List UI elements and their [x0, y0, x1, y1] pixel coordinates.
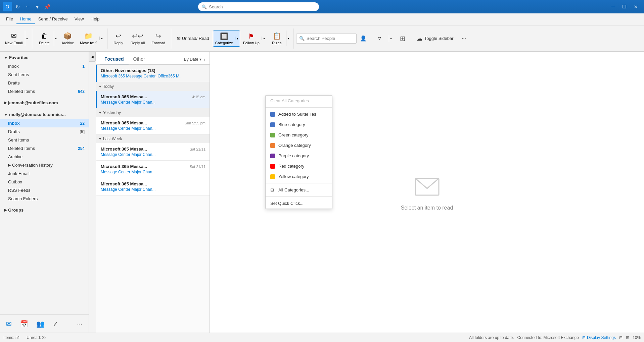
section-lastweek-collapse: ▾ — [99, 136, 101, 141]
new-email-dropdown[interactable]: ▾ — [25, 31, 29, 46]
tab-focused[interactable]: Focused — [100, 54, 129, 64]
sidebar-item-favorites-inbox[interactable]: Inbox 1 — [0, 62, 89, 70]
new-items-button[interactable]: ⊞ — [395, 33, 411, 44]
category-suitefiles-item[interactable]: Added to SuiteFiles — [266, 109, 332, 119]
orange-category-label: Orange category — [278, 143, 311, 148]
nav-tasks-button[interactable]: ✓ — [50, 318, 61, 330]
delete-button-group: 🗑 Delete ▾ — [35, 31, 58, 47]
close-button[interactable]: ✕ — [631, 3, 641, 11]
category-orange-item[interactable]: Orange category — [266, 140, 332, 151]
reply-all-button[interactable]: ↩↩ Reply All — [128, 30, 148, 47]
sidebar-item-rss[interactable]: RSS Feeds — [0, 186, 89, 194]
delete-button[interactable]: 🗑 Delete — [35, 31, 54, 46]
account2-header[interactable]: ▼ molly@demosuite.onmicr... — [0, 110, 89, 119]
sidebar-item-drafts[interactable]: Drafts [5] — [0, 127, 89, 136]
filter-button[interactable]: ▽ — [370, 35, 389, 42]
msg-top-lw1: Microsoft 365 Messa... Sat 21/11 — [101, 164, 205, 169]
sort-button[interactable]: By Date ▾ — [182, 56, 203, 63]
message-list-scroll[interactable]: Other: New messages (13) Microsoft 365 M… — [96, 65, 210, 333]
move-dropdown[interactable]: ▾ — [99, 37, 104, 40]
message-item-lastweek-2[interactable]: Microsoft 365 Messa... Message Center Ma… — [96, 178, 210, 195]
favorites-header[interactable]: ▼ Favorites — [0, 53, 89, 62]
toggle-sidebar-icon: ☁ — [416, 35, 422, 42]
rules-button[interactable]: 📋 Rules — [268, 31, 286, 46]
search-people-input[interactable] — [307, 36, 354, 41]
delete-label: Delete — [39, 41, 50, 45]
menu-home[interactable]: Home — [16, 14, 35, 24]
reply-button[interactable]: ↩ Reply — [110, 30, 127, 47]
account1-header[interactable]: ▶ jemmah@suitefiles.com — [0, 98, 89, 107]
new-messages-header-item[interactable]: Other: New messages (13) Microsoft 365 M… — [96, 65, 210, 82]
ribbon-more-button[interactable]: ··· — [459, 33, 469, 44]
minimize-button[interactable]: ─ — [608, 3, 618, 11]
section-yesterday: ▾ Yesterday — [96, 108, 210, 117]
sidebar-item-favorites-sent[interactable]: Sent Items — [0, 70, 89, 79]
msg-subject-y0: Message Center Major Chan... — [101, 126, 205, 131]
favorites-collapse-icon: ▼ — [4, 56, 8, 60]
sidebar-item-favorites-deleted[interactable]: Deleted Items 642 — [0, 87, 89, 96]
sidebar-item-outbox[interactable]: Outbox — [0, 178, 89, 186]
menu-send-receive[interactable]: Send / Receive — [35, 14, 71, 24]
message-item-lastweek-0[interactable]: Microsoft 365 Messa... Sat 21/11 Message… — [96, 143, 210, 161]
unread-read-button[interactable]: ✉ Unread/ Read — [174, 34, 212, 43]
status-right: All folders are up to date. Connected to… — [469, 335, 641, 340]
menu-help[interactable]: Help — [87, 14, 103, 24]
category-blue-item[interactable]: Blue category — [266, 119, 332, 130]
display-settings-button[interactable]: ⊞ Display Settings — [582, 335, 616, 340]
nav-calendar-button[interactable]: 📅 — [17, 318, 31, 330]
message-item-yesterday-0[interactable]: Microsoft 365 Messa... Sun 5:55 pm Messa… — [96, 117, 210, 134]
new-email-button[interactable]: ✉ New Email — [3, 31, 25, 46]
filter-button-group: ▽ ▾ — [370, 35, 393, 42]
search-people-icon: 🔍 — [299, 36, 305, 41]
all-categories-item[interactable]: ⊞ All Categories... — [266, 185, 332, 195]
flag-button[interactable]: ⚑ Follow Up — [241, 31, 262, 46]
archive-button[interactable]: 📦 Archive — [59, 30, 77, 47]
sidebar-item-archive[interactable]: Archive — [0, 153, 89, 161]
restore-button[interactable]: ❐ — [619, 3, 630, 11]
category-yellow-item[interactable]: Yellow category — [266, 171, 332, 182]
sidebar-item-favorites-drafts[interactable]: Drafts — [0, 79, 89, 87]
address-book-button[interactable]: 👤 — [358, 33, 369, 44]
global-search-input[interactable] — [209, 4, 316, 9]
sidebar-collapse-button[interactable]: ◀ — [89, 52, 96, 62]
forward-button[interactable]: ↪ Forward — [148, 30, 168, 47]
categories-dropdown[interactable]: ▾ — [235, 37, 240, 40]
message-item-lastweek-1[interactable]: Microsoft 365 Messa... Sat 21/11 Message… — [96, 161, 210, 178]
pin-button[interactable]: 📌 — [42, 2, 53, 11]
category-purple-item[interactable]: Purple category — [266, 151, 332, 161]
delete-dropdown[interactable]: ▾ — [54, 31, 58, 46]
clear-all-categories-item[interactable]: Clear All Categories — [266, 96, 332, 106]
rules-dropdown[interactable]: ▾ — [286, 31, 290, 46]
groups-header[interactable]: ▶ Groups — [0, 206, 89, 215]
nav-people-button[interactable]: 👥 — [34, 318, 47, 330]
dropdown-button[interactable]: ▾ — [34, 2, 41, 11]
search-icon: 🔍 — [201, 4, 207, 9]
refresh-button[interactable]: ↻ — [13, 2, 22, 11]
categories-button[interactable]: 🔲 Categorize ▾ — [213, 31, 240, 47]
filter-dropdown[interactable]: ▾ — [389, 35, 393, 42]
set-quick-click-item[interactable]: Set Quick Click... — [266, 198, 332, 209]
sidebar-item-conversation-history[interactable]: ▶ Conversation History — [0, 161, 89, 169]
menu-view[interactable]: View — [71, 14, 87, 24]
sidebar-item-search-folders[interactable]: Search Folders — [0, 194, 89, 203]
sidebar-item-deleted[interactable]: Deleted Items 254 — [0, 144, 89, 153]
sidebar-item-sent[interactable]: Sent Items — [0, 136, 89, 144]
tab-other[interactable]: Other — [129, 54, 150, 64]
toggle-sidebar-button[interactable]: ☁ Toggle Sidebar — [413, 33, 457, 44]
nav-more-button[interactable]: ··· — [74, 318, 85, 330]
message-item-today-0[interactable]: Microsoft 365 Messa... 4:15 am Message C… — [96, 91, 210, 108]
menu-file[interactable]: File — [3, 14, 16, 24]
category-red-item[interactable]: Red category — [266, 161, 332, 171]
nav-mail-button[interactable]: ✉ — [3, 318, 14, 330]
status-layout-icon2[interactable]: ⊞ — [626, 335, 629, 340]
sidebar-item-junk[interactable]: Junk Email — [0, 169, 89, 178]
flag-dropdown[interactable]: ▾ — [262, 37, 266, 40]
status-layout-icon1[interactable]: ⊟ — [619, 335, 623, 340]
move-button[interactable]: 📁 Move to: ? — [78, 31, 99, 46]
category-green-item[interactable]: Green category — [266, 130, 332, 140]
sidebar-item-inbox[interactable]: Inbox 22 — [0, 119, 89, 127]
msg-top-y0: Microsoft 365 Messa... Sun 5:55 pm — [101, 120, 205, 125]
back-button[interactable]: ← — [23, 2, 33, 11]
msg-time-lw1: Sat 21/11 — [190, 165, 205, 169]
global-search-bar: 🔍 — [198, 2, 319, 11]
